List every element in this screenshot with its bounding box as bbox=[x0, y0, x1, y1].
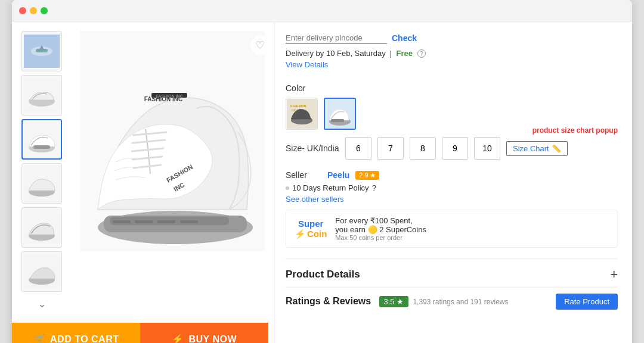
return-policy-text: 10 Days Return Policy bbox=[292, 183, 369, 192]
buy-now-label: BUY NOW bbox=[188, 334, 237, 344]
ratings-section: Ratings & Reviews 3.5 ★ 1,393 ratings an… bbox=[286, 287, 618, 316]
seller-name[interactable]: Peelu bbox=[327, 170, 349, 180]
size-chart-button[interactable]: Size Chart 📏 bbox=[506, 141, 568, 156]
thumbnail-5[interactable] bbox=[21, 207, 62, 248]
svg-text:INC: INC bbox=[292, 108, 297, 112]
svg-rect-24 bbox=[180, 220, 198, 223]
supercoin-title2: ⚡Coin bbox=[295, 229, 327, 239]
action-buttons: 🛒 ADD TO CART ⚡ BUY NOW bbox=[12, 323, 274, 343]
ratings-title: Ratings & Reviews bbox=[286, 296, 371, 306]
delivery-help-icon[interactable]: ? bbox=[417, 49, 426, 58]
browser-dot-red[interactable] bbox=[19, 7, 26, 14]
supercoin-logo: Super ⚡Coin bbox=[295, 219, 327, 239]
view-details-link[interactable]: View Details bbox=[286, 60, 618, 69]
image-area: ⌄ bbox=[12, 21, 274, 312]
see-other-sellers-link[interactable]: See other sellers bbox=[286, 195, 618, 204]
size-label: Size- UK/India bbox=[286, 144, 339, 153]
browser-dot-green[interactable] bbox=[41, 7, 48, 14]
ratings-score-badge: 3.5 ★ bbox=[379, 296, 408, 307]
ratings-count-text: 1,393 ratings and 191 reviews bbox=[413, 298, 508, 306]
svg-text:FASHION: FASHION bbox=[290, 104, 306, 108]
seller-star-icon: ★ bbox=[370, 172, 376, 179]
thumbnail-list: ⌄ bbox=[21, 31, 64, 312]
chevron-down-icon: ⌄ bbox=[38, 297, 47, 310]
wishlist-button[interactable]: ♡ bbox=[250, 36, 270, 55]
svg-rect-22 bbox=[135, 220, 153, 223]
add-to-cart-button[interactable]: 🛒 ADD TO CART bbox=[12, 323, 140, 343]
supercoin-title: Super bbox=[298, 219, 324, 229]
buy-now-button[interactable]: ⚡ BUY NOW bbox=[140, 323, 268, 343]
svg-text:FASHION INC: FASHION INC bbox=[156, 94, 182, 98]
color-option-1[interactable]: FASHION INC bbox=[286, 98, 318, 130]
ratings-left: Ratings & Reviews 3.5 ★ 1,393 ratings an… bbox=[286, 296, 508, 307]
delivery-pincode-row: Check bbox=[286, 32, 618, 44]
lightning-buy-icon: ⚡ bbox=[172, 333, 184, 343]
product-details-title: Product Details bbox=[286, 269, 360, 280]
size-option-9[interactable]: 9 bbox=[442, 137, 468, 160]
supercoin-amount: 2 bbox=[379, 225, 383, 234]
right-panel: Check Delivery by 10 Feb, Saturday | Fre… bbox=[274, 21, 632, 343]
seller-rating-badge: 2.9 ★ bbox=[355, 171, 379, 180]
thumbnail-4[interactable] bbox=[21, 163, 62, 204]
svg-rect-23 bbox=[157, 220, 175, 223]
delivery-pincode-input[interactable] bbox=[286, 32, 387, 44]
heart-icon: ♡ bbox=[255, 39, 265, 52]
supercoin-coin-icon: 🟡 bbox=[368, 225, 377, 234]
return-policy: 10 Days Return Policy ? bbox=[286, 183, 618, 192]
thumbnail-2[interactable] bbox=[21, 75, 62, 116]
delivery-date: Delivery by 10 Feb, Saturday bbox=[286, 49, 386, 58]
browser-window: ⌄ bbox=[12, 0, 632, 343]
main-image-area: FASHION INC bbox=[70, 31, 274, 312]
ratings-star-icon: ★ bbox=[397, 297, 404, 306]
return-policy-help-icon[interactable]: ? bbox=[372, 183, 376, 192]
browser-bar bbox=[12, 0, 632, 21]
supercoin-label: SuperCoins bbox=[386, 225, 426, 234]
left-panel: ⌄ bbox=[12, 21, 274, 343]
size-option-7[interactable]: 7 bbox=[377, 137, 404, 160]
rate-product-button[interactable]: Rate Product bbox=[556, 294, 618, 310]
seller-row: Seller Peelu 2.9 ★ bbox=[286, 170, 618, 180]
supercoin-text-area: For every ₹100 Spent, you earn 🟡 2 Super… bbox=[335, 216, 426, 241]
color-option-2[interactable] bbox=[324, 98, 356, 130]
svg-rect-34 bbox=[331, 119, 344, 122]
thumbnail-chevron-down[interactable]: ⌄ bbox=[21, 295, 62, 312]
delivery-info: Delivery by 10 Feb, Saturday | Free ? bbox=[286, 49, 618, 58]
browser-content: ⌄ bbox=[12, 21, 632, 343]
thumbnail-6[interactable] bbox=[21, 251, 62, 292]
supercoin-text-line2: you earn 🟡 2 SuperCoins bbox=[335, 225, 426, 234]
supercoin-banner: Super ⚡Coin For every ₹100 Spent, you ea… bbox=[286, 210, 618, 248]
size-chart-label: Size Chart bbox=[513, 144, 549, 153]
thumbnail-1[interactable] bbox=[21, 31, 62, 71]
size-option-10[interactable]: 10 bbox=[474, 137, 500, 160]
ratings-score: 3.5 bbox=[384, 297, 395, 306]
main-product-image: FASHION INC bbox=[80, 31, 265, 251]
size-row: Size- UK/India 6 7 8 9 10 Size Chart 📏 bbox=[286, 137, 618, 160]
color-options: FASHION INC bbox=[286, 98, 618, 130]
supercoin-max-text: Max 50 coins per order bbox=[335, 234, 426, 241]
thumbnail-3[interactable] bbox=[21, 119, 62, 160]
add-to-cart-label: ADD TO CART bbox=[50, 334, 119, 344]
supercoin-text-line1: For every ₹100 Spent, bbox=[335, 216, 426, 225]
supercoin-lightning-icon: ⚡ bbox=[295, 229, 306, 239]
cart-icon: 🛒 bbox=[33, 333, 46, 343]
product-details-section: Product Details + bbox=[286, 258, 618, 287]
size-option-6[interactable]: 6 bbox=[345, 137, 371, 160]
supercoin-earn-text: you earn bbox=[335, 225, 366, 234]
browser-dot-yellow[interactable] bbox=[30, 7, 37, 14]
size-chart-icon: 📏 bbox=[552, 144, 561, 153]
bullet-icon bbox=[286, 186, 289, 190]
svg-rect-8 bbox=[33, 145, 50, 149]
seller-rating-value: 2.9 bbox=[359, 172, 368, 179]
delivery-free-label: Free bbox=[396, 49, 412, 58]
svg-rect-21 bbox=[113, 220, 131, 223]
delivery-check-button[interactable]: Check bbox=[392, 33, 417, 43]
size-option-8[interactable]: 8 bbox=[410, 137, 436, 160]
size-chart-popup-label: product size chart popup bbox=[532, 126, 618, 135]
color-label: Color bbox=[286, 83, 618, 93]
seller-label: Seller bbox=[286, 170, 321, 180]
ratings-count: 1,393 ratings and 191 reviews bbox=[411, 298, 508, 306]
product-details-expand-icon[interactable]: + bbox=[610, 267, 618, 282]
